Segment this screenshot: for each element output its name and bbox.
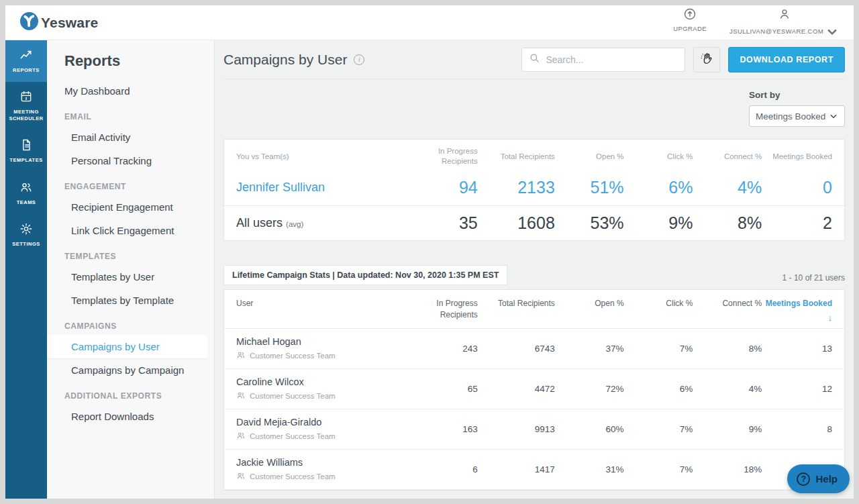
rail-label-templates: TEMPLATES xyxy=(9,157,42,164)
stats-bar: Lifetime Campaign Stats | Data updated: … xyxy=(223,265,845,285)
sort-by-select[interactable]: Meetings Booked xyxy=(749,105,845,127)
wave-hand-icon xyxy=(699,51,714,68)
info-icon[interactable]: i xyxy=(354,54,364,65)
summary-all-connect: 8% xyxy=(693,213,762,233)
summary-col-click: Click % xyxy=(624,152,693,162)
sidebar-item-templates-by-template[interactable]: Templates by Template xyxy=(47,289,214,312)
help-label: Help xyxy=(815,473,838,485)
search-icon xyxy=(529,52,540,66)
summary-all-meetings: 2 xyxy=(762,213,832,233)
rail-item-meeting-scheduler[interactable]: MEETING SCHEDULER xyxy=(5,82,47,130)
rail-label-teams: TEAMS xyxy=(17,199,36,206)
account-email: JSULLIVAN@YESWARE.COM xyxy=(729,28,823,35)
rail-label-reports: REPORTS xyxy=(13,67,40,74)
summary-col-connect: Connect % xyxy=(693,152,762,162)
user-name: David Mejia-Giraldo xyxy=(236,417,405,427)
summary-total: 2133 xyxy=(478,178,555,197)
rail-item-templates[interactable]: TEMPLATES xyxy=(5,130,47,172)
table-col-click[interactable]: Click % xyxy=(624,298,693,309)
sort-by-value: Meetings Booked xyxy=(756,111,825,121)
sidebar-item-link-click-engagement[interactable]: Link Click Engagement xyxy=(47,219,214,242)
sidebar-item-my-dashboard[interactable]: My Dashboard xyxy=(47,79,214,103)
summary-all-total: 1608 xyxy=(478,213,555,233)
team-name: Customer Success Team xyxy=(250,432,336,440)
table-col-in-progress[interactable]: In Progress Recipients xyxy=(405,298,478,321)
cell-click: 7% xyxy=(624,344,693,354)
lifetime-stats-label: Lifetime Campaign Stats | Data updated: … xyxy=(223,265,507,285)
cell-connect: 9% xyxy=(693,424,762,434)
cell-connect: 4% xyxy=(693,384,762,394)
sidebar-item-campaigns-by-campaign[interactable]: Campaigns by Campaign xyxy=(47,358,214,382)
sidebar-section-email: EMAIL xyxy=(47,103,214,125)
team-icon xyxy=(236,391,246,401)
yesware-logo[interactable]: Yesware xyxy=(20,12,98,33)
rail-item-reports[interactable]: REPORTS xyxy=(5,40,47,82)
cell-click: 7% xyxy=(624,424,693,434)
team-name: Customer Success Team xyxy=(250,352,336,360)
reports-sidebar: Reports My Dashboard EMAIL Email Activit… xyxy=(47,40,215,499)
calendar-icon xyxy=(19,90,33,106)
cell-total: 4472 xyxy=(478,384,555,394)
summary-meetings: 0 xyxy=(762,178,832,197)
table-col-connect[interactable]: Connect % xyxy=(693,298,762,309)
cell-open: 37% xyxy=(555,344,624,354)
table-row[interactable]: Michael Hogan Customer Success Team 243 … xyxy=(224,329,844,369)
reports-icon xyxy=(19,48,33,64)
sort-descending-icon: ↓ xyxy=(762,312,832,324)
sidebar-item-report-downloads[interactable]: Report Downloads xyxy=(47,405,214,428)
summary-connect: 4% xyxy=(693,178,762,197)
user-name: Michael Hogan xyxy=(236,336,405,347)
sidebar-item-campaigns-by-user[interactable]: Campaigns by User xyxy=(47,335,207,358)
download-report-button[interactable]: DOWNLOAD REPORT xyxy=(728,47,845,72)
summary-col-total-recipients: Total Recipients xyxy=(478,152,555,162)
sort-by-area: Sort by Meetings Booked xyxy=(223,79,845,127)
cell-total: 6743 xyxy=(478,344,555,354)
team-icon xyxy=(236,350,246,361)
page-header: Campaigns by User i xyxy=(223,40,845,79)
topbar-actions: UPGRADE JSULLIVAN@YESWARE.COM xyxy=(673,7,839,38)
search-input[interactable] xyxy=(546,54,678,65)
sidebar-item-email-activity[interactable]: Email Activity xyxy=(47,125,214,149)
cell-open: 72% xyxy=(555,384,624,394)
rail-item-settings[interactable]: SETTINGS xyxy=(5,214,47,256)
topbar: Yesware UPGRADE JSULLIVAN@YESWARE.COM xyxy=(5,5,854,40)
meetings-booked-header-text: Meetings Booked xyxy=(766,299,832,308)
table-col-meetings-sorted[interactable]: Meetings Booked ↓ xyxy=(762,298,832,324)
summary-all-click: 9% xyxy=(624,213,693,233)
gesture-button[interactable] xyxy=(693,47,720,72)
cell-click: 6% xyxy=(624,384,693,394)
cell-meetings: 12 xyxy=(762,384,832,394)
table-row[interactable]: Jackie Williams Customer Success Team 6 … xyxy=(224,450,844,490)
summary-row-current-user: Jennifer Sullivan 94 2133 51% 6% 4% 0 xyxy=(224,169,844,205)
upgrade-icon xyxy=(683,7,697,23)
summary-card: You vs Team(s) In Progress Recipients To… xyxy=(223,139,845,241)
table-col-open[interactable]: Open % xyxy=(555,298,624,309)
sidebar-item-personal-tracking[interactable]: Personal Tracking xyxy=(47,149,214,172)
app-window: Yesware UPGRADE JSULLIVAN@YESWARE.COM xyxy=(0,0,859,504)
summary-user-link[interactable]: Jennifer Sullivan xyxy=(236,181,405,195)
sidebar-item-recipient-engagement[interactable]: Recipient Engagement xyxy=(47,195,214,219)
summary-all-users-label: All users (avg) xyxy=(236,216,405,230)
summary-row-all-users: All users (avg) 35 1608 53% 9% 8% 2 xyxy=(224,205,844,240)
question-mark-icon: ? xyxy=(797,472,810,486)
cell-in-progress: 65 xyxy=(405,384,478,394)
rail-item-teams[interactable]: TEAMS xyxy=(5,172,47,214)
table-col-user[interactable]: User xyxy=(236,298,405,309)
sidebar-item-templates-by-user[interactable]: Templates by User xyxy=(47,265,214,289)
header-tools: DOWNLOAD REPORT xyxy=(521,47,845,72)
chevron-down-icon xyxy=(825,25,839,38)
cell-connect: 8% xyxy=(693,344,762,354)
upgrade-button[interactable]: UPGRADE xyxy=(673,7,707,32)
table-col-total-recipients[interactable]: Total Recipients xyxy=(478,298,555,309)
users-table: User In Progress Recipients Total Recipi… xyxy=(223,289,845,491)
table-row[interactable]: David Mejia-Giraldo Customer Success Tea… xyxy=(224,409,844,450)
cell-connect: 18% xyxy=(693,464,762,474)
account-menu[interactable]: JSULLIVAN@YESWARE.COM xyxy=(729,7,839,38)
brand-name: Yesware xyxy=(41,15,98,31)
all-users-text: All users xyxy=(236,216,283,230)
summary-col-meetings: Meetings Booked xyxy=(762,152,832,162)
rail-label-meeting-scheduler: MEETING SCHEDULER xyxy=(7,109,46,122)
cell-click: 7% xyxy=(624,464,693,474)
help-button[interactable]: ? Help xyxy=(787,464,850,493)
table-row[interactable]: Caroline Wilcox Customer Success Team 65… xyxy=(224,369,844,409)
